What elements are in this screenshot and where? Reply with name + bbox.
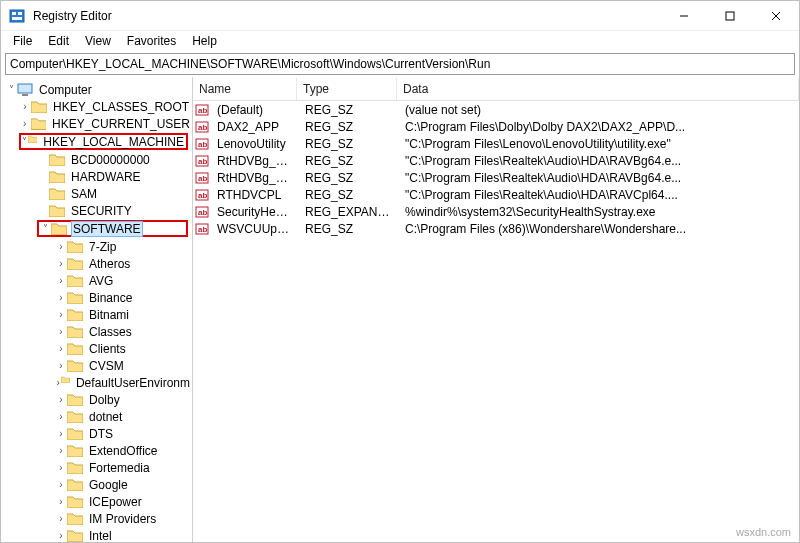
chevron-right-icon[interactable]: › [55, 326, 67, 337]
menu-help[interactable]: Help [184, 32, 225, 50]
chevron-right-icon[interactable]: › [55, 292, 67, 303]
chevron-down-icon[interactable]: ˅ [21, 136, 28, 147]
tree-item[interactable]: ›DTS [1, 425, 192, 442]
tree-hkcu[interactable]: › HKEY_CURRENT_USER [1, 115, 192, 132]
list-pane[interactable]: Name Type Data ab(Default)REG_SZ(value n… [193, 77, 799, 542]
chevron-right-icon[interactable]: › [55, 530, 67, 541]
chevron-down-icon[interactable]: ˅ [5, 84, 17, 95]
tree-item[interactable]: ›Clients [1, 340, 192, 357]
tree-label: SOFTWARE [71, 221, 143, 237]
cell-data: "C:\Program Files\Realtek\Audio\HDA\RAVB… [399, 154, 799, 168]
table-row[interactable]: abDAX2_APPREG_SZC:\Program Files\Dolby\D… [193, 118, 799, 135]
chevron-right-icon[interactable]: › [55, 428, 67, 439]
cell-data: "C:\Program Files\Lenovo\LenovoUtility\u… [399, 137, 799, 151]
tree-item[interactable]: ›ICEpower [1, 493, 192, 510]
maximize-icon [725, 11, 735, 21]
table-row[interactable]: ab(Default)REG_SZ(value not set) [193, 101, 799, 118]
table-row[interactable]: abWSVCUUpdateH...REG_SZC:\Program Files … [193, 220, 799, 237]
chevron-right-icon[interactable]: › [55, 462, 67, 473]
string-value-icon: ab [195, 137, 209, 151]
cell-name: SecurityHealth [211, 205, 299, 219]
string-value-icon: ab [195, 154, 209, 168]
tree-item[interactable]: ›Classes [1, 323, 192, 340]
svg-rect-8 [18, 84, 32, 93]
cell-type: REG_SZ [299, 103, 399, 117]
chevron-down-icon[interactable]: ˅ [39, 223, 51, 234]
chevron-right-icon[interactable]: › [55, 360, 67, 371]
folder-icon [67, 240, 83, 253]
chevron-right-icon[interactable]: › [55, 275, 67, 286]
cell-type: REG_EXPAND_SZ [299, 205, 399, 219]
tree-item[interactable]: ›IM Providers [1, 510, 192, 527]
tree-label: Computer [37, 82, 94, 98]
string-value-icon: ab [195, 171, 209, 185]
tree-hklm[interactable]: ˅ HKEY_LOCAL_MACHINE [19, 133, 188, 150]
tree-bcd[interactable]: › BCD00000000 [1, 151, 192, 168]
cell-name: DAX2_APP [211, 120, 299, 134]
app-icon [9, 8, 25, 24]
tree-hardware[interactable]: › HARDWARE [1, 168, 192, 185]
tree-pane[interactable]: ˅ Computer › HKEY_CLASSES_ROOT › HKEY_CU… [1, 77, 193, 542]
chevron-right-icon[interactable]: › [55, 241, 67, 252]
table-row[interactable]: abSecurityHealthREG_EXPAND_SZ%windir%\sy… [193, 203, 799, 220]
chevron-right-icon[interactable]: › [55, 513, 67, 524]
svg-text:ab: ab [198, 174, 207, 183]
chevron-right-icon[interactable]: › [19, 101, 31, 112]
folder-icon [67, 257, 83, 270]
folder-icon [67, 291, 83, 304]
tree-item[interactable]: ›ExtendOffice [1, 442, 192, 459]
tree-item[interactable]: ›DefaultUserEnvironm [1, 374, 192, 391]
folder-icon [31, 117, 46, 130]
tree-hkcr[interactable]: › HKEY_CLASSES_ROOT [1, 98, 192, 115]
cell-type: REG_SZ [299, 120, 399, 134]
chevron-right-icon[interactable]: › [55, 445, 67, 456]
minimize-button[interactable] [661, 1, 707, 31]
tree-root-computer[interactable]: ˅ Computer [1, 81, 192, 98]
maximize-button[interactable] [707, 1, 753, 31]
chevron-right-icon[interactable]: › [55, 479, 67, 490]
list-header-data[interactable]: Data [397, 78, 799, 100]
chevron-right-icon[interactable]: › [55, 309, 67, 320]
tree-item[interactable]: ›Bitnami [1, 306, 192, 323]
table-row[interactable]: abLenovoUtilityREG_SZ"C:\Program Files\L… [193, 135, 799, 152]
list-header: Name Type Data [193, 77, 799, 101]
tree-item[interactable]: ›dotnet [1, 408, 192, 425]
tree-item[interactable]: ›7-Zip [1, 238, 192, 255]
table-row[interactable]: abRtHDVBg_DolbyREG_SZ"C:\Program Files\R… [193, 152, 799, 169]
tree-label: CVSM [87, 358, 126, 374]
string-value-icon: ab [195, 103, 209, 117]
chevron-right-icon[interactable]: › [55, 258, 67, 269]
menu-favorites[interactable]: Favorites [119, 32, 184, 50]
folder-icon [67, 512, 83, 525]
tree-security[interactable]: › SECURITY [1, 202, 192, 219]
list-header-type[interactable]: Type [297, 78, 397, 100]
table-row[interactable]: abRTHDVCPLREG_SZ"C:\Program Files\Realte… [193, 186, 799, 203]
chevron-right-icon[interactable]: › [55, 394, 67, 405]
menu-view[interactable]: View [77, 32, 119, 50]
tree-item[interactable]: ›Dolby [1, 391, 192, 408]
tree-item[interactable]: ›Intel [1, 527, 192, 542]
close-button[interactable] [753, 1, 799, 31]
svg-text:ab: ab [198, 208, 207, 217]
folder-icon [49, 153, 65, 166]
tree-label: Intel [87, 528, 114, 543]
tree-software[interactable]: ˅ SOFTWARE [37, 220, 188, 237]
address-bar[interactable]: Computer\HKEY_LOCAL_MACHINE\SOFTWARE\Mic… [5, 53, 795, 75]
list-header-name[interactable]: Name [193, 78, 297, 100]
chevron-right-icon[interactable]: › [55, 411, 67, 422]
cell-name: RtHDVBg_Dolby [211, 154, 299, 168]
tree-item[interactable]: ›AVG [1, 272, 192, 289]
tree-item[interactable]: ›Atheros [1, 255, 192, 272]
table-row[interactable]: abRtHDVBg_LENO...REG_SZ"C:\Program Files… [193, 169, 799, 186]
tree-sam[interactable]: › SAM [1, 185, 192, 202]
menu-file[interactable]: File [5, 32, 40, 50]
chevron-right-icon[interactable]: › [55, 343, 67, 354]
window-title: Registry Editor [33, 9, 112, 23]
tree-item[interactable]: ›Binance [1, 289, 192, 306]
tree-item[interactable]: ›CVSM [1, 357, 192, 374]
menu-edit[interactable]: Edit [40, 32, 77, 50]
tree-item[interactable]: ›Fortemedia [1, 459, 192, 476]
chevron-right-icon[interactable]: › [19, 118, 31, 129]
chevron-right-icon[interactable]: › [55, 496, 67, 507]
tree-item[interactable]: ›Google [1, 476, 192, 493]
